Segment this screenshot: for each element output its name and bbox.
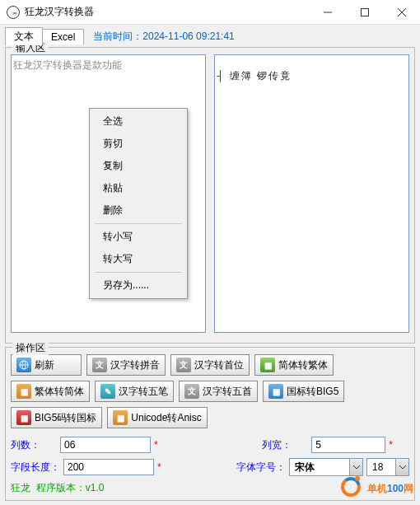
version-text: 程序版本：v1.0	[36, 482, 105, 493]
input-section: 输入区 狂龙汉字转换器是款功能 ┤ 缠簿 锣传竟	[5, 47, 415, 344]
len-input[interactable]	[63, 459, 154, 475]
width-input[interactable]	[311, 437, 385, 453]
timestamp-value: 2024-11-06 09:21:41	[142, 30, 234, 42]
doc-icon: ▦	[16, 410, 31, 425]
simp2trad-label: 简体转繁体	[278, 358, 328, 372]
title-bar: 狂龙汉字转换器	[0, 0, 420, 25]
width-label: 列宽：	[262, 438, 308, 452]
menu-separator	[95, 272, 182, 273]
tab-bar: 文本 Excel 当前时间：2024-11-06 09:21:41	[5, 27, 415, 45]
ops-section-title: 操作区	[12, 341, 49, 355]
pinyin-button[interactable]: 文汉字转拼音	[86, 354, 166, 376]
cols-input[interactable]	[60, 437, 151, 453]
convert-icon: 文	[176, 358, 191, 372]
tab-text[interactable]: 文本	[5, 27, 43, 45]
menu-separator	[95, 223, 182, 224]
gb2big5-label: 国标转BIG5	[287, 385, 338, 399]
watermark-logo-icon	[338, 474, 364, 500]
svg-point-9	[355, 476, 360, 481]
convert-icon: 文	[92, 358, 107, 372]
big52gb-button[interactable]: ▦BIG5码转国标	[11, 407, 102, 428]
font-value: 宋体	[290, 461, 349, 475]
context-menu: 全选 剪切 复制 粘贴 删除 转小写 转大写 另存为......	[89, 108, 188, 299]
uni2ansi-button[interactable]: ▦Unicode转Anisc	[107, 407, 207, 428]
menu-cut[interactable]: 剪切	[91, 133, 185, 155]
window-title: 狂龙汉字转换器	[25, 5, 309, 19]
convert-icon: 文	[184, 384, 199, 399]
globe-icon	[16, 358, 31, 372]
menu-copy[interactable]: 复制	[91, 155, 185, 177]
trad2simp-label: 繁体转简体	[35, 385, 84, 399]
wubi-label: 汉字转五笔	[119, 385, 168, 399]
refresh-label: 刷新	[35, 358, 54, 372]
close-button[interactable]	[383, 0, 420, 24]
menu-delete[interactable]: 删除	[91, 199, 185, 222]
wushou-label: 汉字转五首	[203, 385, 252, 399]
size-value: 18	[367, 461, 395, 473]
font-label: 字体字号：	[236, 461, 286, 475]
maximize-button[interactable]	[346, 0, 383, 24]
doc-icon: ▦	[113, 410, 128, 425]
doc-icon: ▦	[260, 358, 275, 372]
len-label: 字段长度：	[11, 461, 60, 475]
menu-save-as[interactable]: 另存为......	[91, 274, 185, 297]
menu-to-upper[interactable]: 转大写	[91, 248, 185, 270]
output-textarea[interactable]: ┤ 缠簿 锣传竟	[214, 54, 409, 333]
uni2ansi-label: Unicode转Anisc	[131, 411, 201, 425]
app-icon	[7, 6, 20, 19]
input-text-content: 狂龙汉字转换器是款功能	[13, 59, 122, 71]
output-text-content: ┤ 缠簿 锣传竟	[217, 70, 292, 82]
required-mark: *	[154, 439, 158, 451]
wushou-button[interactable]: 文汉字转五首	[179, 381, 258, 402]
big52gb-label: BIG5码转国标	[35, 411, 96, 425]
required-mark: *	[389, 439, 393, 451]
chevron-down-icon	[349, 459, 362, 475]
initial-button[interactable]: 文汉字转首位	[170, 354, 250, 376]
simp2trad-button[interactable]: ▦简体转繁体	[254, 354, 334, 376]
watermark: 单机100网	[338, 474, 413, 500]
pinyin-label: 汉字转拼音	[110, 358, 160, 372]
refresh-button[interactable]: 刷新	[11, 354, 82, 376]
wubi-button[interactable]: ✎汉字转五笔	[95, 381, 174, 402]
required-mark: *	[157, 461, 161, 473]
pencil-icon: ✎	[100, 384, 115, 399]
chevron-down-icon	[395, 459, 408, 475]
menu-select-all[interactable]: 全选	[91, 110, 185, 133]
menu-to-lower[interactable]: 转小写	[91, 226, 185, 248]
window-controls	[309, 0, 420, 24]
watermark-text: 单机100网	[367, 479, 413, 496]
initial-label: 汉字转首位	[194, 358, 244, 372]
timestamp-label: 当前时间：	[93, 30, 142, 42]
cols-label: 列数：	[11, 438, 57, 452]
trad2simp-button[interactable]: ▦繁体转简体	[11, 381, 90, 402]
doc-icon: ▦	[16, 384, 31, 399]
menu-paste[interactable]: 粘贴	[91, 177, 185, 199]
minimize-button[interactable]	[309, 0, 346, 24]
timestamp: 当前时间：2024-11-06 09:21:41	[93, 30, 234, 44]
doc-icon: ▦	[268, 384, 283, 399]
svg-rect-1	[361, 8, 368, 16]
version-brand: 狂龙	[11, 482, 30, 493]
gb2big5-button[interactable]: ▦国标转BIG5	[263, 381, 344, 402]
